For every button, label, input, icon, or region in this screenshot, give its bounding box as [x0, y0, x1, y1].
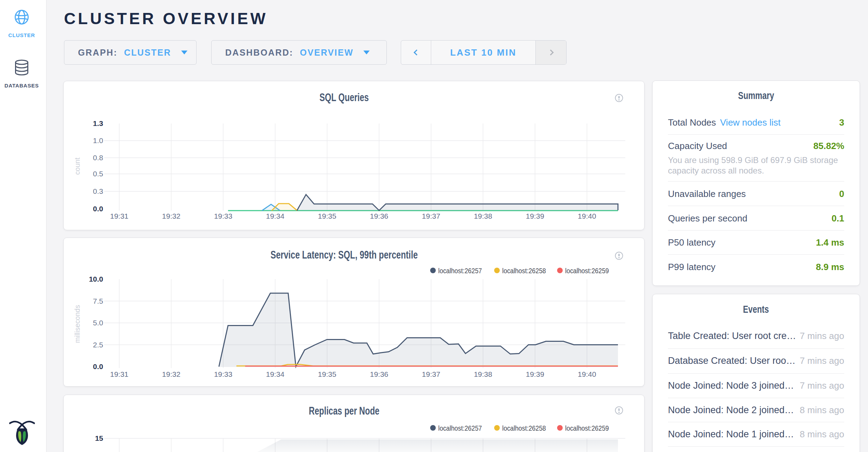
svg-text:0.0: 0.0 — [93, 205, 103, 213]
svg-text:milliseconds: milliseconds — [73, 305, 81, 343]
svg-text:19:31: 19:31 — [110, 212, 129, 220]
svg-text:localhost:26257: localhost:26257 — [438, 267, 482, 275]
svg-text:Replicas per Node: Replicas per Node — [309, 404, 379, 417]
svg-text:19:36: 19:36 — [370, 370, 389, 378]
svg-text:localhost:26259: localhost:26259 — [565, 267, 609, 275]
svg-text:19:31: 19:31 — [110, 370, 129, 378]
svg-text:count: count — [73, 157, 81, 175]
svg-text:0.5: 0.5 — [93, 170, 103, 178]
svg-text:1.0: 1.0 — [93, 136, 103, 144]
svg-text:19:35: 19:35 — [318, 370, 336, 378]
svg-text:19:40: 19:40 — [578, 370, 596, 378]
svg-text:19:33: 19:33 — [214, 370, 233, 378]
svg-text:0.8: 0.8 — [93, 154, 103, 162]
svg-text:localhost:26258: localhost:26258 — [502, 267, 546, 275]
svg-text:19:37: 19:37 — [422, 370, 440, 378]
svg-text:5.0: 5.0 — [93, 319, 103, 327]
svg-text:7.5: 7.5 — [93, 297, 103, 305]
svg-text:19:37: 19:37 — [422, 212, 440, 220]
svg-text:19:36: 19:36 — [370, 212, 389, 220]
svg-text:19:32: 19:32 — [162, 370, 180, 378]
svg-text:0.0: 0.0 — [93, 362, 103, 370]
svg-text:19:34: 19:34 — [266, 212, 285, 220]
svg-text:2.5: 2.5 — [93, 341, 103, 349]
svg-text:19:33: 19:33 — [214, 212, 233, 220]
svg-text:15: 15 — [95, 434, 104, 442]
svg-text:10.0: 10.0 — [89, 275, 103, 283]
svg-text:SQL Queries: SQL Queries — [320, 91, 369, 104]
svg-text:0.3: 0.3 — [93, 187, 103, 195]
svg-text:19:39: 19:39 — [526, 212, 545, 220]
svg-text:Service Latency: SQL, 99th per: Service Latency: SQL, 99th percentile — [271, 248, 418, 261]
svg-text:19:38: 19:38 — [474, 212, 492, 220]
svg-text:19:35: 19:35 — [318, 212, 336, 220]
svg-text:19:39: 19:39 — [526, 370, 545, 378]
svg-text:localhost:26258: localhost:26258 — [502, 424, 546, 432]
svg-text:19:32: 19:32 — [162, 212, 180, 220]
svg-text:19:38: 19:38 — [474, 370, 492, 378]
svg-text:localhost:26259: localhost:26259 — [565, 424, 609, 432]
svg-text:19:34: 19:34 — [266, 370, 285, 378]
svg-text:localhost:26257: localhost:26257 — [438, 424, 482, 432]
svg-text:1.3: 1.3 — [93, 119, 103, 127]
svg-text:19:40: 19:40 — [578, 212, 596, 220]
